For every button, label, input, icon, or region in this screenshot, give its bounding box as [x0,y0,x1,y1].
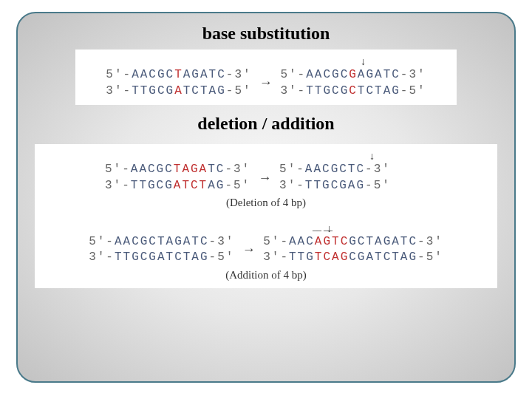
seq-line: 5'-AACGCTAGATC-3' [89,234,234,250]
deletion-left: 5'-AACGCTAGATC-3' 3'-TTGCGATCTAG-5' [105,162,250,194]
heading-deletion-addition: deletion / addition [197,114,334,134]
seq-line: 3'-TTGCGATCTAG-5' [106,83,251,100]
arrow-icon: → [261,74,272,92]
seq-line: 3'-TTGCGCTCTAG-5' [280,83,426,100]
substitution-left: 5'-AACGCTAGATC-3' 3'-TTGCGATCTAG-5' [106,67,251,99]
seq-line: 5'-AACGCGAGATC-3' [280,67,426,83]
deletion-row: 5'-AACGCTAGATC-3' 3'-TTGCGATCTAG-5' → 5'… [48,162,484,194]
seq-line: 5'-AACGCTC-3' [279,162,391,178]
deletion-caption: (Deletion of 4 bp) [48,195,484,210]
addition-row: 5'-AACGCTAGATC-3' 3'-TTGCGATCTAG-5' → 5'… [48,234,484,266]
arrow-icon: → [259,169,270,187]
deletion-marker: ↓ [48,151,484,162]
separator [48,211,484,224]
deletion-addition-block: ↓ 5'-AACGCTAGATC-3' 3'-TTGCGATCTAG-5' → … [35,144,497,288]
seq-line: 5'-AACAGTCGCTAGATC-3' [263,234,443,250]
substitution-right: 5'-AACGCGAGATC-3' 3'-TTGCGCTCTAG-5' [280,67,426,99]
panel: base substitution ↓ 5'-AACGCTAGATC-3' 3'… [16,12,516,383]
seq-line: 3'-TTGTCAGCGATCTAG-5' [263,250,443,266]
substitution-block: ↓ 5'-AACGCTAGATC-3' 3'-TTGCGATCTAG-5' → … [75,50,457,105]
seq-line: 3'-TTGCGATCTAG-5' [89,250,234,266]
deletion-right: 5'-AACGCTC-3' 3'-TTGCGAG-5' [279,162,427,194]
addition-caption: (Addition of 4 bp) [48,267,484,282]
addition-left: 5'-AACGCTAGATC-3' 3'-TTGCGATCTAG-5' [89,234,234,266]
addition-right: 5'-AACAGTCGCTAGATC-3' 3'-TTGTCAGCGATCTAG… [263,234,443,266]
seq-line: 5'-AACGCTAGATC-3' [106,67,251,83]
heading-substitution: base substitution [202,24,330,44]
slide: base substitution ↓ 5'-AACGCTAGATC-3' 3'… [0,0,532,399]
substitution-marker: ↓ [89,57,443,67]
seq-line: 3'-TTGCGAG-5' [279,178,391,194]
seq-line: 5'-AACGCTAGATC-3' [105,162,250,178]
substitution-row: 5'-AACGCTAGATC-3' 3'-TTGCGATCTAG-5' → 5'… [89,67,443,99]
arrow-icon: → [243,241,254,259]
addition-marker: __ __ ↓ [48,224,484,234]
seq-line: 3'-TTGCGATCTAG-5' [105,178,250,194]
